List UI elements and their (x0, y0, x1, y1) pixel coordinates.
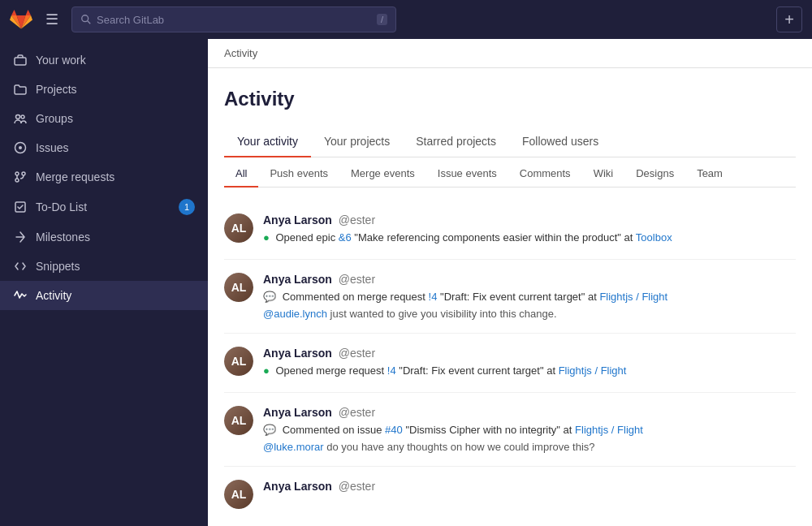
briefcase-icon (13, 53, 28, 67)
activity-list: AL Anya Larson @ester ● Opened epic &6 "… (224, 200, 796, 515)
mr-ref-link[interactable]: !4 (387, 364, 396, 377)
activity-handle: @ester (339, 406, 375, 419)
avatar: AL (224, 406, 253, 435)
mr-open-icon: ● (263, 364, 270, 377)
merge-icon (13, 170, 28, 184)
activity-body: Anya Larson @ester ● Opened merge reques… (263, 347, 796, 379)
activity-comment: @luke.morar do you have any thoughts on … (263, 441, 796, 453)
milestone-icon (13, 230, 28, 244)
project-link[interactable]: Flightjs / Flight (575, 424, 643, 436)
sidebar-item-your-work[interactable]: Your work (0, 45, 208, 75)
activity-text: 💬 Commented on issue #40 "Dismiss Cipher… (263, 422, 796, 438)
gitlab-logo[interactable] (10, 8, 32, 31)
project-link[interactable]: Flightjs / Flight (599, 291, 667, 303)
svg-point-6 (19, 146, 22, 149)
activity-user: Anya Larson (263, 347, 332, 360)
tabs-secondary: All Push events Merge events Issue event… (224, 157, 796, 188)
activity-body: Anya Larson @ester 💬 Commented on issue … (263, 406, 796, 454)
tab-your-activity[interactable]: Your activity (224, 127, 311, 157)
sidebar-item-activity[interactable]: Activity (0, 281, 208, 310)
tab-all[interactable]: All (224, 161, 258, 188)
activity-user: Anya Larson (263, 273, 332, 286)
main-layout: Your work Projects Groups (0, 39, 812, 526)
epic-open-icon: ● (263, 231, 270, 244)
activity-handle: @ester (339, 347, 375, 360)
avatar: AL (224, 347, 253, 376)
project-link[interactable]: Toolbox (636, 231, 672, 244)
activity-handle: @ester (339, 273, 375, 286)
tab-your-projects[interactable]: Your projects (311, 127, 403, 157)
sidebar-item-label: Milestones (36, 231, 90, 244)
sidebar-item-todo-list[interactable]: To-Do List 1 (0, 192, 208, 222)
todo-icon (13, 200, 28, 214)
activity-handle: @ester (339, 213, 375, 226)
sidebar-item-merge-requests[interactable]: Merge requests (0, 162, 208, 192)
tab-designs[interactable]: Designs (624, 161, 685, 188)
sidebar-item-milestones[interactable]: Milestones (0, 222, 208, 252)
activity-body: Anya Larson @ester ● Opened epic &6 "Mak… (263, 213, 796, 246)
tab-merge-events[interactable]: Merge events (339, 161, 426, 188)
issue-ref-link[interactable]: #40 (385, 424, 403, 436)
comment-icon: 💬 (263, 424, 276, 436)
svg-point-3 (16, 115, 20, 119)
sidebar-item-label: Snippets (36, 260, 80, 273)
svg-rect-2 (15, 58, 26, 65)
tab-team[interactable]: Team (685, 161, 734, 188)
tab-comments[interactable]: Comments (508, 161, 582, 188)
svg-line-1 (88, 21, 91, 24)
activity-user: Anya Larson (263, 213, 332, 226)
activity-user: Anya Larson (263, 406, 332, 419)
tab-push-events[interactable]: Push events (258, 161, 339, 188)
menu-icon[interactable]: ☰ (42, 7, 62, 32)
sidebar-item-label: Projects (36, 83, 77, 96)
todo-badge: 1 (179, 199, 195, 215)
sidebar-item-label: To-Do List (36, 200, 87, 213)
activity-item: AL Anya Larson @ester (224, 467, 796, 515)
sidebar-item-groups[interactable]: Groups (0, 104, 208, 133)
activity-icon (13, 288, 28, 303)
tab-starred-projects[interactable]: Starred projects (403, 127, 509, 157)
mention: @audie.lynch (263, 308, 327, 320)
activity-handle: @ester (339, 480, 375, 493)
activity-text: 💬 Commented on merge request !4 "Draft: … (263, 289, 796, 305)
sidebar-item-issues[interactable]: Issues (0, 133, 208, 162)
activity-user: Anya Larson (263, 480, 332, 493)
tabs-primary: Your activity Your projects Starred proj… (224, 127, 796, 157)
epic-ref-link[interactable]: &6 (339, 231, 352, 244)
folder-icon (13, 82, 28, 97)
snippet-icon (13, 259, 28, 274)
navbar: ☰ / + (0, 0, 812, 39)
svg-point-9 (22, 172, 25, 175)
activity-item: AL Anya Larson @ester ● Opened merge req… (224, 334, 796, 393)
activity-item: AL Anya Larson @ester 💬 Commented on mer… (224, 260, 796, 334)
sidebar-item-snippets[interactable]: Snippets (0, 252, 208, 281)
search-bar[interactable]: / (71, 6, 396, 32)
svg-point-7 (15, 172, 19, 175)
search-input[interactable] (97, 14, 372, 26)
project-link[interactable]: Flightjs / Flight (559, 364, 627, 377)
avatar: AL (224, 213, 253, 243)
sidebar-item-label: Merge requests (36, 170, 114, 183)
comment-icon: 💬 (263, 291, 276, 303)
svg-point-0 (82, 15, 89, 22)
svg-point-4 (21, 115, 24, 119)
tab-followed-users[interactable]: Followed users (509, 127, 611, 157)
create-new-button[interactable]: + (776, 6, 802, 32)
main-content: Activity Activity Your activity Your pro… (208, 39, 812, 526)
sidebar: Your work Projects Groups (0, 39, 208, 526)
tab-wiki[interactable]: Wiki (582, 161, 625, 188)
mr-ref-link[interactable]: !4 (429, 291, 438, 303)
sidebar-item-label: Your work (36, 54, 86, 67)
breadcrumb: Activity (208, 39, 812, 68)
activity-item: AL Anya Larson @ester 💬 Commented on iss… (224, 393, 796, 468)
search-kbd: / (377, 14, 387, 25)
svg-point-8 (15, 179, 19, 182)
sidebar-item-label: Issues (36, 141, 68, 154)
search-icon (80, 14, 92, 25)
mention: @luke.morar (263, 441, 324, 453)
tab-issue-events[interactable]: Issue events (426, 161, 508, 188)
sidebar-item-projects[interactable]: Projects (0, 75, 208, 104)
avatar: AL (224, 273, 253, 302)
avatar: AL (224, 480, 253, 509)
activity-body: Anya Larson @ester 💬 Commented on merge … (263, 273, 796, 321)
